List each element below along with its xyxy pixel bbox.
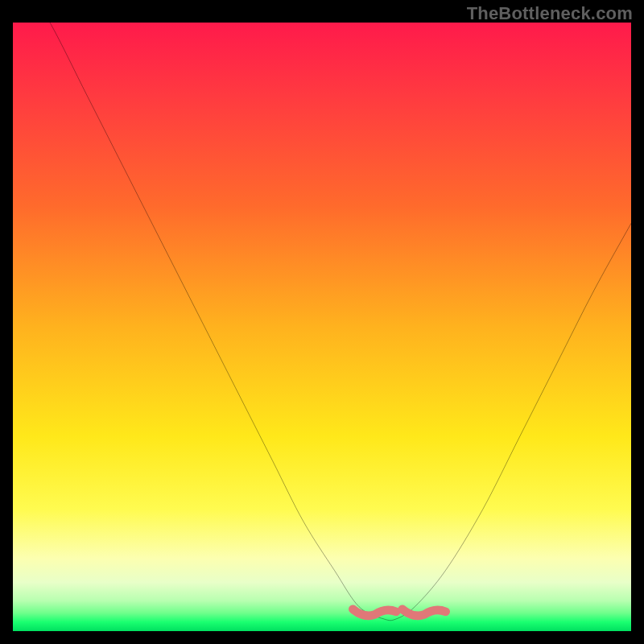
trough-markers (353, 609, 445, 616)
bottleneck-curve (13, 23, 631, 621)
plot-area (13, 23, 631, 631)
chart-frame: TheBottleneck.com (0, 0, 644, 644)
watermark-label: TheBottleneck.com (467, 3, 633, 24)
right-foot-stroke (402, 609, 446, 616)
curve-layer (13, 23, 631, 631)
left-foot-stroke (353, 609, 396, 616)
